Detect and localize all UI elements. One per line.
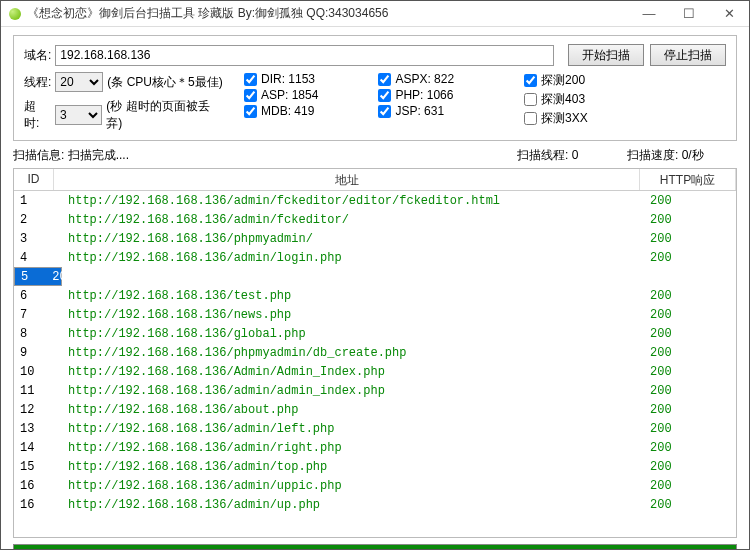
cell-url: http://192.168.168.136/phpmyadmin/ — [54, 232, 640, 246]
aspx-checkbox[interactable] — [378, 73, 391, 86]
cell-resp: 200 — [640, 308, 736, 322]
col-id[interactable]: ID — [14, 169, 54, 190]
maximize-button[interactable]: ☐ — [669, 1, 709, 27]
table-row[interactable]: 14http://192.168.168.136/admin/right.php… — [14, 438, 736, 457]
status-line: 扫描信息: 扫描完成.... 扫描线程: 0 扫描速度: 0/秒 — [1, 145, 749, 168]
asp-label: ASP: 1854 — [261, 88, 318, 102]
cell-url: http://192.168.168.136/admin/top.php — [54, 460, 640, 474]
close-button[interactable]: ✕ — [709, 1, 749, 27]
cell-resp: 200 — [640, 384, 736, 398]
cell-id: 15 — [14, 460, 54, 474]
cell-resp: 200 — [640, 441, 736, 455]
cell-url: http://192.168.168.136/phpmyadmin/db_cre… — [54, 346, 640, 360]
table-row[interactable]: 1http://192.168.168.136/admin/fckeditor/… — [14, 191, 736, 210]
mdb-label: MDB: 419 — [261, 104, 314, 118]
cell-url: http://192.168.168.136/admin/left.php — [54, 422, 640, 436]
scan-threads: 扫描线程: 0 — [517, 147, 627, 164]
table-row[interactable]: 9http://192.168.168.136/phpmyadmin/db_cr… — [14, 343, 736, 362]
dir-checkbox[interactable] — [244, 73, 257, 86]
progress-bar — [13, 544, 737, 550]
stop-scan-button[interactable]: 停止扫描 — [650, 44, 726, 66]
list-header: ID 地址 HTTP响应 — [14, 169, 736, 191]
jsp-label: JSP: 631 — [395, 104, 444, 118]
aspx-label: ASPX: 822 — [395, 72, 454, 86]
cell-id: 9 — [14, 346, 54, 360]
cell-url: http://192.168.168.136/admin/login.php — [54, 251, 640, 265]
minimize-button[interactable]: — — [629, 1, 669, 27]
dir-label: DIR: 1153 — [261, 72, 315, 86]
jsp-checkbox[interactable] — [378, 105, 391, 118]
cell-url: http://192.168.168.136/about.php — [54, 403, 640, 417]
dict-group-1: DIR: 1153 ASP: 1854 MDB: 419 — [244, 72, 318, 132]
col-url[interactable]: 地址 — [54, 169, 640, 190]
cell-resp: 200 — [640, 479, 736, 493]
probe403-checkbox[interactable] — [524, 93, 537, 106]
cell-id: 12 — [14, 403, 54, 417]
timeout-select[interactable]: 3 — [55, 105, 102, 125]
cell-resp: 200 — [640, 403, 736, 417]
probe3xx-checkbox[interactable] — [524, 112, 537, 125]
cell-id: 16 — [14, 479, 54, 493]
asp-checkbox[interactable] — [244, 89, 257, 102]
cell-resp: 200 — [640, 498, 736, 512]
probe-group: 探测200 探测403 探测3XX — [524, 72, 588, 132]
domain-input[interactable] — [55, 45, 554, 66]
table-row[interactable]: 7http://192.168.168.136/news.php200 — [14, 305, 736, 324]
cell-id: 11 — [14, 384, 54, 398]
cell-resp: 200 — [640, 422, 736, 436]
start-scan-button[interactable]: 开始扫描 — [568, 44, 644, 66]
cell-url: http://192.168.168.136/admin/fckeditor/ — [54, 213, 640, 227]
cell-url: http://192.168.168.136/admin/up.php — [54, 498, 640, 512]
thread-hint: (条 CPU核心＊5最佳) — [107, 74, 222, 91]
table-row[interactable]: 16http://192.168.168.136/admin/up.php200 — [14, 495, 736, 514]
table-row[interactable]: 3http://192.168.168.136/phpmyadmin/200 — [14, 229, 736, 248]
list-body[interactable]: 1http://192.168.168.136/admin/fckeditor/… — [14, 191, 736, 537]
table-row[interactable]: 13http://192.168.168.136/admin/left.php2… — [14, 419, 736, 438]
cell-id: 16 — [14, 498, 54, 512]
mdb-checkbox[interactable] — [244, 105, 257, 118]
php-label: PHP: 1066 — [395, 88, 453, 102]
cell-url: http://192.168.168.136/index.php — [28, 270, 42, 284]
cell-url: http://192.168.168.136/Admin/Admin_Index… — [54, 365, 640, 379]
cell-url: http://192.168.168.136/admin/fckeditor/e… — [54, 194, 640, 208]
cell-resp: 200 — [640, 251, 736, 265]
table-row[interactable]: 5http://192.168.168.136/index.php200 — [14, 267, 62, 286]
probe200-checkbox[interactable] — [524, 74, 537, 87]
cell-id: 4 — [14, 251, 54, 265]
cell-resp: 200 — [640, 346, 736, 360]
cell-id: 6 — [14, 289, 54, 303]
cell-resp: 200 — [640, 194, 736, 208]
cell-id: 10 — [14, 365, 54, 379]
cell-resp: 200 — [640, 213, 736, 227]
table-row[interactable]: 11http://192.168.168.136/admin/admin_ind… — [14, 381, 736, 400]
col-resp[interactable]: HTTP响应 — [640, 169, 736, 190]
timeout-label: 超时: — [24, 98, 51, 132]
scan-speed: 扫描速度: 0/秒 — [627, 147, 737, 164]
thread-select[interactable]: 20 — [55, 72, 103, 92]
cell-resp: 200 — [640, 289, 736, 303]
cell-url: http://192.168.168.136/admin/admin_index… — [54, 384, 640, 398]
table-row[interactable]: 2http://192.168.168.136/admin/fckeditor/… — [14, 210, 736, 229]
table-row[interactable]: 15http://192.168.168.136/admin/top.php20… — [14, 457, 736, 476]
php-checkbox[interactable] — [378, 89, 391, 102]
probe403-label: 探测403 — [541, 91, 585, 108]
title-bar: 《想念初恋》御剑后台扫描工具 珍藏版 By:御剑孤独 QQ:343034656 … — [1, 1, 749, 27]
table-row[interactable]: 6http://192.168.168.136/test.php200 — [14, 286, 736, 305]
table-row[interactable]: 8http://192.168.168.136/global.php200 — [14, 324, 736, 343]
result-list: ID 地址 HTTP响应 1http://192.168.168.136/adm… — [13, 168, 737, 538]
cell-id: 1 — [14, 194, 54, 208]
cell-url: http://192.168.168.136/news.php — [54, 308, 640, 322]
table-row[interactable]: 10http://192.168.168.136/Admin/Admin_Ind… — [14, 362, 736, 381]
cell-id: 3 — [14, 232, 54, 246]
thread-label: 线程: — [24, 74, 51, 91]
cell-id: 7 — [14, 308, 54, 322]
table-row[interactable]: 4http://192.168.168.136/admin/login.php2… — [14, 248, 736, 267]
window-title: 《想念初恋》御剑后台扫描工具 珍藏版 By:御剑孤独 QQ:343034656 — [27, 5, 629, 22]
probe200-label: 探测200 — [541, 72, 585, 89]
table-row[interactable]: 12http://192.168.168.136/about.php200 — [14, 400, 736, 419]
cell-url: http://192.168.168.136/admin/right.php — [54, 441, 640, 455]
table-row[interactable]: 16http://192.168.168.136/admin/uppic.php… — [14, 476, 736, 495]
probe3xx-label: 探测3XX — [541, 110, 588, 127]
settings-panel: 域名: 开始扫描 停止扫描 线程: 20 (条 CPU核心＊5最佳) 超时: 3… — [13, 35, 737, 141]
cell-id: 13 — [14, 422, 54, 436]
